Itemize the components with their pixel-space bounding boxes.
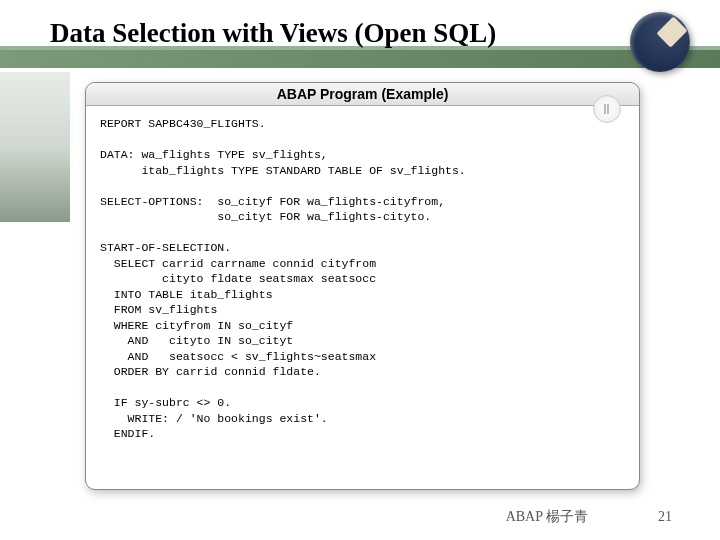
code-line: SELECT carrid carrname connid cityfrom [100,257,376,270]
code-line: IF sy-subrc <> 0. [100,396,231,409]
code-line: cityto fldate seatsmax seatsocc [100,272,376,285]
code-line: DATA: wa_flights TYPE sv_flights, [100,148,328,161]
code-line: itab_flights TYPE STANDARD TABLE OF sv_f… [100,164,466,177]
panel-title: ABAP Program (Example) [277,86,449,102]
slide-title: Data Selection with Views (Open SQL) [50,18,496,49]
code-line: START-OF-SELECTION. [100,241,231,254]
code-line: so_cityt FOR wa_flights-cityto. [100,210,431,223]
code-line: REPORT SAPBC430_FLIGHTS. [100,117,266,130]
decor-bar [0,50,720,68]
report-doc-icon [593,95,621,123]
code-line: ORDER BY carrid connid fldate. [100,365,321,378]
code-panel: ABAP Program (Example) REPORT SAPBC430_F… [85,82,640,490]
code-line: WHERE cityfrom IN so_cityf [100,319,293,332]
code-line: FROM sv_flights [100,303,217,316]
code-line: AND seatsocc < sv_flights~seatsmax [100,350,376,363]
page-number: 21 [658,509,672,525]
code-line: ENDIF. [100,427,155,440]
code-line: INTO TABLE itab_flights [100,288,273,301]
code-line: AND cityto IN so_cityt [100,334,293,347]
panel-header: ABAP Program (Example) [86,83,639,106]
corner-graphic [630,12,690,72]
footer-text: ABAP 楊子青 [506,508,588,526]
decor-left-band [0,72,70,222]
code-line: SELECT-OPTIONS: so_cityf FOR wa_flights-… [100,195,445,208]
code-line: WRITE: / 'No bookings exist'. [100,412,328,425]
footer: ABAP 楊子青 21 [0,508,720,526]
code-body: REPORT SAPBC430_FLIGHTS. DATA: wa_flight… [86,106,639,452]
